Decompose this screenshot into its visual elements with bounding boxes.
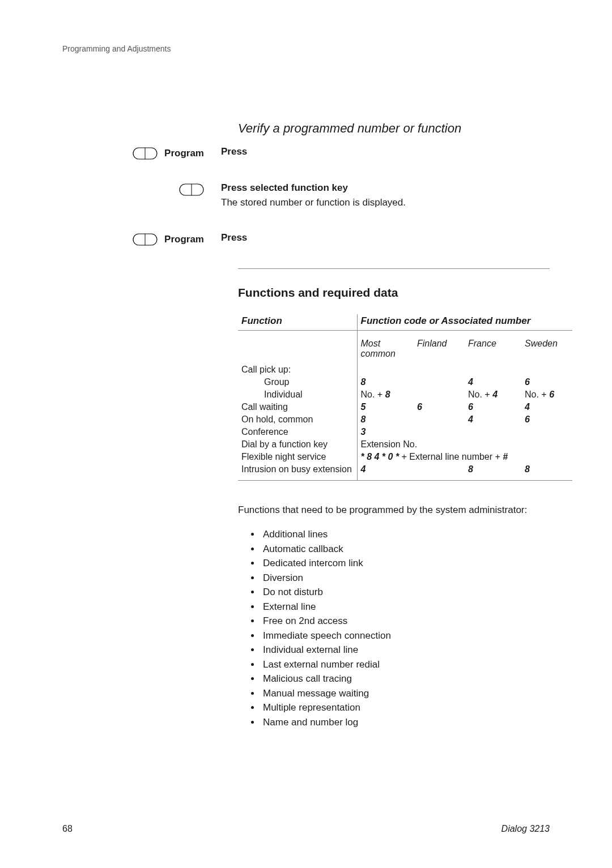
step-right: Press (221, 232, 550, 243)
code-val: 5 (361, 402, 366, 412)
code-pre: No. + (525, 390, 549, 399)
function-key-icon (133, 233, 158, 246)
table-row: Flexible night service * 8 4 * 0 * + Ext… (238, 451, 572, 463)
code-val: 6 (525, 414, 530, 424)
code-val: 8 (525, 464, 530, 474)
verify-step: Program Press (62, 146, 550, 160)
fn-label: Flexible night service (238, 451, 357, 463)
list-item: Diversion (261, 571, 550, 585)
th-code: Function code or Associated number (357, 314, 572, 331)
step-right: Press selected function key The stored n… (221, 182, 550, 209)
content: Verify a programmed number or function P… (62, 121, 550, 729)
table-row: Dial by a function key Extension No. (238, 438, 572, 451)
instruction-text: The stored number or function is display… (221, 196, 550, 209)
instruction-bold: Press (221, 146, 550, 157)
fn-label: Individual (238, 388, 357, 401)
page-header: Programming and Adjustments (62, 44, 550, 53)
list-item: External line (261, 600, 550, 614)
instruction-bold: Press (221, 232, 550, 243)
section-functions-title: Functions and required data (238, 286, 550, 300)
code-hash: # (503, 452, 508, 461)
doc-name: Dialog 3213 (502, 824, 550, 834)
fn-label: Dial by a function key (238, 438, 357, 451)
fn-label: Call waiting (238, 401, 357, 413)
code-code: * 8 4 * 0 * (361, 452, 400, 461)
table: Function Function code or Associated num… (238, 314, 572, 481)
list-item: Immediate speech connection (261, 628, 550, 643)
page-number: 68 (62, 824, 73, 834)
step-left (62, 182, 221, 196)
th-function: Function (238, 314, 357, 331)
code-val: 8 (361, 377, 366, 387)
list-item: Automatic callback (261, 542, 550, 557)
subcol: Sweden (521, 330, 572, 364)
admin-bullets: Additional lines Automatic callback Dedi… (238, 527, 550, 729)
divider (238, 268, 550, 269)
function-key-icon (133, 147, 158, 160)
code-val: 8 (361, 414, 366, 424)
key-label: Program (164, 148, 204, 159)
key-label: Program (164, 234, 204, 245)
fn-label: Group (238, 376, 357, 388)
table-row: Intrusion on busy extension 4 8 8 (238, 463, 572, 481)
code-val: 6 (417, 402, 422, 412)
fn-label: Call pick up: (238, 364, 357, 376)
list-item: Name and number log (261, 715, 550, 730)
admin-paragraph: Functions that need to be programmed by … (238, 503, 550, 518)
table-row: Conference 3 (238, 426, 572, 438)
function-key-icon (179, 183, 204, 196)
code-val: 4 (492, 390, 498, 399)
fn-label: On hold, common (238, 413, 357, 426)
list-item: Dedicated intercom link (261, 556, 550, 571)
section-verify-title: Verify a programmed number or function (238, 121, 550, 136)
table-row: Call pick up: (238, 364, 572, 376)
subhead-blank (238, 330, 357, 364)
code-pre: No. + (468, 390, 492, 399)
subcol: Finland (414, 330, 465, 364)
list-item: Do not disturb (261, 585, 550, 600)
code-val: 6 (549, 390, 554, 399)
list-item: Manual message waiting (261, 686, 550, 701)
list-item: Additional lines (261, 527, 550, 542)
code-val: 4 (361, 464, 366, 474)
list-item: Malicious call tracing (261, 672, 550, 686)
code-pre: No. + (361, 390, 385, 399)
code-val: 6 (525, 377, 530, 387)
list-item: Free on 2nd access (261, 614, 550, 628)
code-val: 4 (468, 377, 473, 387)
fn-label: Intrusion on busy extension (238, 463, 357, 481)
table-row: Call waiting 5 6 6 4 (238, 401, 572, 413)
step-right: Press (221, 146, 550, 157)
verify-step: Press selected function key The stored n… (62, 182, 550, 209)
code-val: 4 (525, 402, 530, 412)
step-left: Program (62, 146, 221, 160)
table-row: On hold, common 8 4 6 (238, 413, 572, 426)
code-val: 8 (468, 464, 473, 474)
step-left: Program (62, 232, 221, 246)
code-full: * 8 4 * 0 * + External line number + # (357, 451, 572, 463)
verify-step: Program Press (62, 232, 550, 246)
page: Programming and Adjustments Verify a pro… (0, 0, 612, 868)
page-footer: 68 Dialog 3213 (62, 824, 550, 834)
list-item: Multiple representation (261, 700, 550, 715)
functions-table: Function Function code or Associated num… (238, 314, 550, 481)
code-full: Extension No. (357, 438, 572, 451)
table-row: Group 8 4 6 (238, 376, 572, 388)
code-val: 3 (361, 427, 366, 437)
code-val: 8 (385, 390, 390, 399)
code-val: 6 (468, 402, 473, 412)
subcol: Most common (357, 330, 414, 364)
fn-label: Conference (238, 426, 357, 438)
list-item: Individual external line (261, 643, 550, 657)
subcol: France (465, 330, 521, 364)
code-val: 4 (468, 414, 473, 424)
table-row: Individual No. + 8 No. + 4 No. + 6 (238, 388, 572, 401)
list-item: Last external number redial (261, 657, 550, 672)
code-suffix: + External line number + (399, 452, 503, 461)
instruction-bold: Press selected function key (221, 182, 550, 194)
